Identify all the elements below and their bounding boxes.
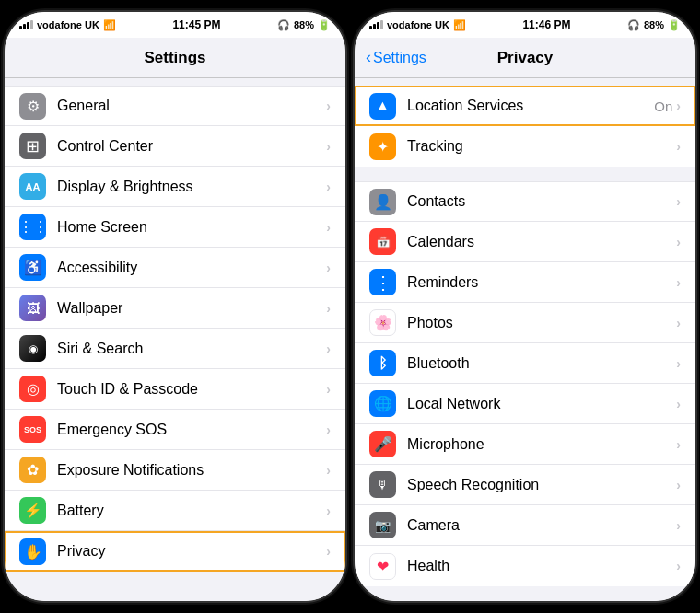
settings-item-microphone[interactable]: 🎤 Microphone ›: [355, 424, 695, 465]
tracking-chevron: ›: [676, 139, 681, 154]
health-label: Health: [407, 558, 676, 574]
photos-chevron: ›: [676, 316, 681, 330]
settings-item-camera[interactable]: 📷 Camera ›: [355, 505, 695, 546]
battery-icon-2: 🔋: [668, 19, 681, 31]
tracking-label: Tracking: [407, 138, 676, 155]
siri-label: Siri & Search: [57, 341, 326, 357]
privacy-label: Privacy: [57, 543, 326, 560]
health-chevron: ›: [676, 559, 681, 573]
location-services-chevron: ›: [676, 98, 681, 113]
status-left-1: vodafone UK 📶: [19, 19, 116, 31]
calendars-icon: 📅: [369, 228, 396, 255]
exposure-label: Exposure Notifications: [57, 462, 326, 479]
settings-item-wallpaper[interactable]: 🖼 Wallpaper ›: [5, 288, 345, 329]
settings-group-main: ⚙ General › ⊞ Control Center › AA Displa…: [5, 86, 345, 572]
wallpaper-label: Wallpaper: [57, 300, 326, 317]
contacts-chevron: ›: [676, 194, 681, 209]
speech-icon: 🎙: [369, 471, 396, 498]
headphone-icon-2: 🎧: [627, 19, 640, 31]
speech-chevron: ›: [676, 478, 681, 492]
settings-item-speech[interactable]: 🎙 Speech Recognition ›: [355, 465, 695, 505]
display-icon: AA: [19, 173, 46, 200]
status-right-2: 🎧 88% 🔋: [627, 19, 681, 31]
settings-item-control-center[interactable]: ⊞ Control Center ›: [5, 126, 345, 167]
phone-settings: vodafone UK 📶 11:45 PM 🎧 88% 🔋 Settings …: [5, 12, 345, 601]
signal-bars-2: [369, 20, 383, 29]
settings-item-general[interactable]: ⚙ General ›: [5, 86, 345, 126]
location-services-icon: ▲: [369, 93, 396, 120]
display-label: Display & Brightness: [57, 179, 326, 195]
location-services-value: On: [654, 98, 672, 114]
contacts-label: Contacts: [407, 193, 676, 210]
settings-item-display[interactable]: AA Display & Brightness ›: [5, 167, 345, 207]
settings-item-calendars[interactable]: 📅 Calendars ›: [355, 222, 695, 262]
microphone-chevron: ›: [676, 437, 681, 452]
general-chevron: ›: [326, 98, 331, 113]
status-bar-2: vodafone UK 📶 11:46 PM 🎧 88% 🔋: [355, 12, 695, 38]
reminders-icon: ⋮: [369, 269, 396, 295]
nav-bar-settings: Settings: [5, 38, 345, 78]
settings-item-reminders[interactable]: ⋮ Reminders ›: [355, 262, 695, 303]
settings-item-touchid[interactable]: ◎ Touch ID & Passcode ›: [5, 369, 345, 410]
settings-item-privacy[interactable]: ✋ Privacy ›: [5, 531, 345, 572]
settings-item-photos[interactable]: 🌸 Photos ›: [355, 303, 695, 343]
settings-item-sos[interactable]: SOS Emergency SOS ›: [5, 410, 345, 450]
settings-item-exposure[interactable]: ✿ Exposure Notifications ›: [5, 450, 345, 491]
settings-item-siri[interactable]: ◉ Siri & Search ›: [5, 329, 345, 369]
battery-item-icon: ⚡: [19, 497, 46, 524]
tracking-icon: ✦: [369, 133, 396, 160]
time-1: 11:45 PM: [172, 18, 220, 31]
photos-label: Photos: [407, 315, 676, 331]
wallpaper-icon: 🖼: [19, 295, 46, 321]
accessibility-label: Accessibility: [57, 260, 326, 276]
wallpaper-chevron: ›: [326, 301, 331, 316]
reminders-label: Reminders: [407, 274, 676, 291]
battery-2: 88%: [644, 19, 664, 30]
settings-item-local-network[interactable]: 🌐 Local Network ›: [355, 384, 695, 424]
settings-item-battery[interactable]: ⚡ Battery ›: [5, 491, 345, 531]
control-center-icon: ⊞: [19, 133, 46, 159]
privacy-title: Privacy: [497, 49, 554, 67]
general-label: General: [57, 98, 326, 114]
local-network-icon: 🌐: [369, 390, 396, 417]
headphone-icon-1: 🎧: [277, 19, 290, 31]
battery-1: 88%: [294, 19, 314, 30]
battery-label: Battery: [57, 503, 326, 519]
photos-icon: 🌸: [369, 309, 396, 336]
settings-item-location-services[interactable]: ▲ Location Services On ›: [355, 86, 695, 126]
back-button[interactable]: ‹ Settings: [366, 48, 426, 67]
settings-item-tracking[interactable]: ✦ Tracking ›: [355, 126, 695, 167]
settings-list: ⚙ General › ⊞ Control Center › AA Displa…: [5, 78, 345, 601]
local-network-label: Local Network: [407, 396, 676, 412]
battery-chevron: ›: [326, 503, 331, 518]
touchid-chevron: ›: [326, 382, 331, 397]
back-chevron-icon: ‹: [366, 48, 371, 67]
microphone-icon: 🎤: [369, 431, 396, 457]
settings-item-home-screen[interactable]: ⋮⋮ Home Screen ›: [5, 207, 345, 248]
control-center-label: Control Center: [57, 138, 326, 155]
contacts-icon: 👤: [369, 189, 396, 215]
settings-item-health[interactable]: ❤ Health ›: [355, 546, 695, 586]
siri-chevron: ›: [326, 341, 331, 356]
exposure-icon: ✿: [19, 457, 46, 483]
carrier-2: vodafone UK: [387, 19, 449, 30]
signal-bars-1: [19, 20, 33, 29]
settings-item-accessibility[interactable]: ♿ Accessibility ›: [5, 248, 345, 288]
privacy-chevron: ›: [326, 544, 331, 559]
settings-title: Settings: [144, 49, 205, 67]
status-right-1: 🎧 88% 🔋: [277, 19, 331, 31]
health-icon: ❤: [369, 553, 396, 580]
status-bar-1: vodafone UK 📶 11:45 PM 🎧 88% 🔋: [5, 12, 345, 38]
accessibility-icon: ♿: [19, 254, 46, 281]
time-2: 11:46 PM: [522, 18, 570, 31]
accessibility-chevron: ›: [326, 260, 331, 275]
home-screen-icon: ⋮⋮: [19, 214, 46, 240]
settings-item-contacts[interactable]: 👤 Contacts ›: [355, 181, 695, 222]
bluetooth-icon: ᛒ: [369, 350, 396, 376]
settings-item-bluetooth[interactable]: ᛒ Bluetooth ›: [355, 343, 695, 384]
touchid-label: Touch ID & Passcode: [57, 381, 326, 398]
camera-chevron: ›: [676, 518, 681, 533]
battery-icon-1: 🔋: [318, 19, 331, 31]
touchid-icon: ◎: [19, 376, 46, 402]
privacy-group-2: 👤 Contacts › 📅 Calendars › ⋮ Reminders ›…: [355, 181, 695, 586]
